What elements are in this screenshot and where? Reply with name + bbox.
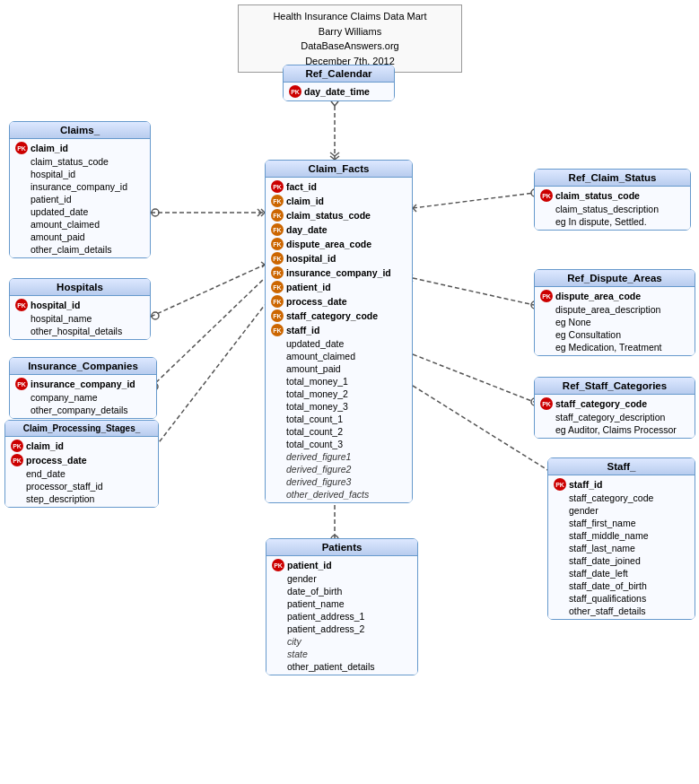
table-row: PK staff_id <box>552 477 691 492</box>
table-row: FK day_date <box>269 222 408 237</box>
staff-header: Staff_ <box>548 458 695 475</box>
table-insurance-companies: Insurance_Companies PK insurance_company… <box>9 357 157 419</box>
ref-claim-status-header: Ref_Claim_Status <box>535 170 690 187</box>
field-name: other_company_details <box>31 405 128 415</box>
table-row: total_money_1 <box>269 375 408 388</box>
fk-icon: FK <box>271 209 284 222</box>
field-name: insurance_company_id <box>31 379 135 389</box>
table-row: hospital_id <box>13 168 146 180</box>
table-row: FK staff_category_code <box>269 309 408 323</box>
table-row: step_description <box>9 492 154 505</box>
table-row: staff_middle_name <box>552 529 691 542</box>
field-name: day_date <box>286 224 328 235</box>
field-name: process_date <box>26 455 87 466</box>
table-row: patient_name <box>270 597 414 610</box>
field-name: total_count_2 <box>286 426 343 437</box>
field-name: insurance_company_id <box>286 267 391 278</box>
table-row: patient_id <box>13 193 146 205</box>
field-name: staff_category_code <box>555 398 647 409</box>
table-row: eg None <box>538 316 691 328</box>
svg-line-17 <box>151 278 265 388</box>
ref-staff-categories-header: Ref_Staff_Categories <box>535 378 695 395</box>
table-claim-facts: Claim_Facts PK fact_id FK claim_id FK cl… <box>265 160 413 503</box>
field-name: patient_id <box>286 282 331 292</box>
table-row: PK dispute_area_code <box>538 289 691 303</box>
table-row: PK fact_id <box>269 179 408 194</box>
table-row: PK hospital_id <box>13 298 146 312</box>
table-row: amount_paid <box>269 362 408 375</box>
table-patients: Patients PK patient_id gender date_of_bi… <box>266 538 418 675</box>
field-name: claim_status_description <box>555 204 659 214</box>
table-ref-staff-categories: Ref_Staff_Categories PK staff_category_c… <box>534 377 695 439</box>
table-row: other_staff_details <box>552 605 691 617</box>
field-name: patient_address_1 <box>287 611 364 622</box>
table-row: PK claim_status_code <box>538 188 686 203</box>
field-name: step_description <box>26 493 94 504</box>
table-row: FK process_date <box>269 294 408 309</box>
field-name: other_patient_details <box>287 661 375 672</box>
field-name: total_money_2 <box>286 388 348 399</box>
field-name: patient_id <box>287 560 332 571</box>
field-name: staff_id <box>569 479 602 490</box>
table-row: derived_figure3 <box>269 475 408 488</box>
table-row: FK claim_status_code <box>269 208 408 222</box>
table-row: staff_date_of_birth <box>552 579 691 592</box>
svg-line-31 <box>413 354 534 402</box>
pk-icon: PK <box>289 85 301 98</box>
fk-icon: FK <box>271 324 284 336</box>
title-line2: Barry Williams <box>246 24 454 39</box>
fk-icon: FK <box>271 223 284 236</box>
field-name: staff_qualifications <box>569 593 646 604</box>
svg-line-26 <box>413 208 416 212</box>
fk-icon: FK <box>271 252 284 265</box>
field-name: fact_id <box>286 181 317 192</box>
fk-icon: FK <box>271 281 284 293</box>
field-name: hospital_id <box>31 169 75 179</box>
patients-body: PK patient_id gender date_of_birth patie… <box>266 556 417 675</box>
field-name: eg Medication, Treatment <box>555 342 661 353</box>
ref-calendar-header: Ref_Calendar <box>284 65 394 83</box>
table-row: other_company_details <box>13 404 153 416</box>
table-row: derived_figure2 <box>269 463 408 475</box>
svg-line-11 <box>258 209 261 213</box>
field-name: updated_date <box>31 206 88 217</box>
ref-staff-categories-body: PK staff_category_code staff_category_de… <box>535 395 695 438</box>
field-name: claim_status_code <box>31 156 109 167</box>
field-name: gender <box>287 573 317 584</box>
svg-line-13 <box>151 265 265 317</box>
field-name: other_staff_details <box>569 605 646 616</box>
svg-line-6 <box>335 152 339 156</box>
table-row: FK dispute_area_code <box>269 237 408 251</box>
pk-icon: PK <box>11 440 23 452</box>
table-row: FK staff_id <box>269 323 408 337</box>
field-name: total_count_1 <box>286 414 343 424</box>
claim-processing-stages-header: Claim_Processing_Stages_ <box>5 421 158 437</box>
svg-line-19 <box>151 305 265 453</box>
field-name: eg Auditor, Claims Processor <box>555 424 677 435</box>
table-row: other_hospital_details <box>13 325 146 337</box>
table-ref-calendar: Ref_Calendar PK day_date_time <box>283 65 395 101</box>
table-row: staff_last_name <box>552 542 691 554</box>
table-claim-processing-stages: Claim_Processing_Stages_ PK claim_id PK … <box>4 420 159 508</box>
claim-facts-header: Claim_Facts <box>266 161 412 178</box>
table-row: staff_qualifications <box>552 592 691 605</box>
table-row: staff_category_description <box>538 411 691 423</box>
claims-header: Claims_ <box>10 122 150 139</box>
patients-header: Patients <box>266 539 417 556</box>
field-name: dispute_area_code <box>555 291 641 301</box>
field-name: hospital_id <box>286 253 336 264</box>
field-name: day_date_time <box>304 86 370 97</box>
fk-icon: FK <box>271 266 284 279</box>
table-row: processor_staff_id <box>9 480 154 492</box>
table-row: eg Consultation <box>538 328 691 341</box>
field-name: processor_staff_id <box>26 481 103 492</box>
field-name: staff_date_joined <box>569 555 641 566</box>
table-row: staff_date_joined <box>552 554 691 567</box>
pk-icon: PK <box>540 397 553 410</box>
table-row: other_claim_details <box>13 243 146 256</box>
field-name: gender <box>569 505 599 516</box>
claims-body: PK claim_id claim_status_code hospital_i… <box>10 139 150 257</box>
table-row: staff_category_code <box>552 492 691 504</box>
field-name: dispute_area_code <box>286 239 371 249</box>
svg-point-8 <box>152 209 159 216</box>
